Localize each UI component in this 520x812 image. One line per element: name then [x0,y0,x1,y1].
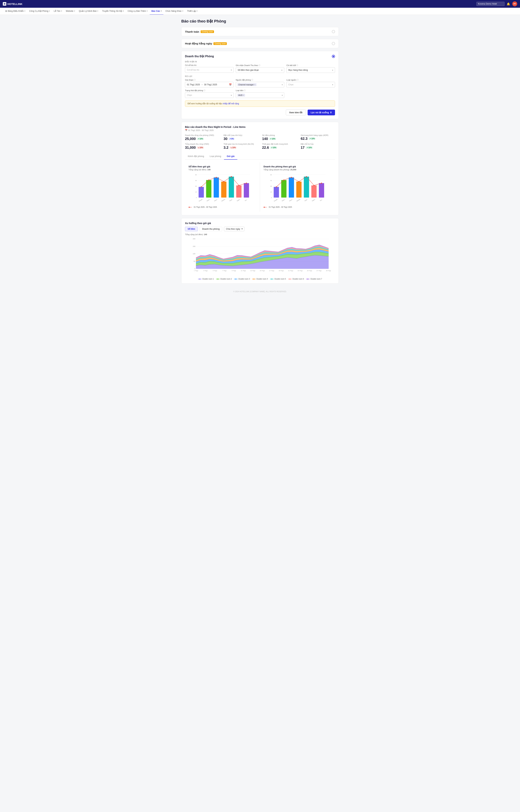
chart-tab[interactable]: Gói giá [224,153,237,160]
calendar-small-icon: 📅 [185,129,187,131]
remove-tag-icon[interactable]: × [254,84,255,86]
bar-chart-right: 015304560Double...Delux...Delux...Standa… [263,173,332,205]
svg-rect-45 [281,180,287,197]
select-co-so[interactable]: Cơ sở lưu trú ▾ [185,67,234,73]
form-row-dieu-kien: Cơ sở lưu trú Cơ sở lưu trú ▾ Ghi nhận D… [185,64,335,73]
legend-item: Double room 6 [288,278,304,280]
info-icon-giai-doan: ⓘ [194,79,196,81]
badge-coming-soon: Coming soon [201,30,214,33]
download-icon: ⬇ [330,111,332,114]
expand-link[interactable]: nhấp để mở rộng [223,102,239,105]
svg-rect-20 [236,185,241,197]
form-section-dieu-kien: ĐIỀU KIỆN IN [185,61,335,63]
svg-point-98 [253,278,254,279]
chevron-down-icon: ▾ [61,10,62,12]
remove-aud-tag-icon[interactable]: × [243,94,244,96]
svg-text:Suite...: Suite... [229,198,233,201]
subnav-item-channel-manager[interactable]: Quản Lý Kênh Bán ▾ [77,8,100,15]
view-summary-button[interactable]: Xem tóm tắt [286,110,306,115]
metric-badge: ↗ 10% [269,137,276,140]
svg-rect-53 [311,185,317,197]
svg-text:60: 60 [195,174,197,175]
card-title-hoat-dong: Hoạt động hằng ngày Coming soon [185,42,227,45]
svg-rect-14 [214,178,219,197]
svg-point-28 [231,176,232,177]
svg-rect-18 [229,177,234,197]
form-group-loai-tien: Loại tiền ⓘ AUD × ▾ [236,89,284,98]
form-group-trang-thai: Trạng thái đặt phòng ⓘ Chọn ▾ [185,89,234,98]
legend-label: Double room 7 [310,278,322,280]
legend-label: Double room 5 [275,278,286,280]
chart-tab[interactable]: Kênh đặt phòng [185,153,207,160]
area-chart: 0501001502001 Thg13 Thg15 Thg17 Thg19 Th… [185,237,335,276]
subnav-item-upsell[interactable]: Công cụ Bán Thêm ▾ [126,8,150,15]
metric-value: 22.6 ↗ 10% [262,145,296,150]
metric-label: Đặt chỗ bị hủy [301,143,335,145]
trend-btn-doanh-thu[interactable]: Doanh thu phòng [200,227,222,231]
radio-hoat-dong[interactable] [332,42,335,45]
svg-text:29 Thg1: 29 Thg1 [326,270,331,271]
form-group-giai-doan: Giai đoạn ⓘ 01 Thg1 2025 → 30 Thg1 2025 … [185,79,234,87]
svg-point-24 [201,186,202,187]
svg-text:100: 100 [193,253,196,254]
svg-point-32 [189,207,190,208]
svg-point-104 [307,278,308,279]
subnav-item-booking-tools[interactable]: Công Cụ Đặt Phòng ▾ [27,8,52,15]
chevron-down-icon: ▾ [161,10,162,12]
metric-badge: ↗ 0% [229,137,235,140]
svg-text:45: 45 [270,180,272,181]
subnav-item-settings[interactable]: Thiết Lập ▾ [185,8,200,15]
svg-text:Standa...: Standa... [296,198,301,202]
input-loai-tien[interactable]: AUD × ▾ [236,92,284,98]
calendar-icon: 📅 [229,83,232,86]
svg-text:23 Thg1: 23 Thg1 [297,270,303,271]
metric-label: Đặt chỗ (sau khi hủy) [224,134,258,136]
filter-download-button[interactable]: Lọc và tải xuống ⬇ [308,110,335,115]
subnav-item-features[interactable]: Chức Năng Khác ▾ [164,8,185,15]
metric-value: 30 ↗ 0% [224,137,258,141]
chart-tabs: Kênh đặt phòngLoại phòngGói giá [185,153,335,160]
metrics-card: Báo cáo doanh thu theo Night In Period -… [181,122,339,215]
svg-text:Double...: Double... [199,198,203,202]
page-title: Báo cáo theo Đặt Phòng [181,19,339,24]
badge-coming-soon-2: Coming soon [213,42,227,45]
chart-tab[interactable]: Loại phòng [207,153,224,160]
card-hoat-dong[interactable]: Hoạt động hằng ngày Coming soon [181,39,339,48]
subnav-item-dashboard[interactable]: ⊞ Bảng Điều Khiển ▾ [3,8,27,15]
trend-controls: Số đêm Doanh thu phòng Chia theo ngày [185,227,335,231]
hotel-selector[interactable]: Kovena Demo Hotel [476,2,504,6]
date-range-picker[interactable]: 01 Thg1 2025 → 30 Thg1 2025 📅 [185,82,234,87]
form-group-loai-nguon: Loại nguồn ⓘ Chọn ▾ [286,79,335,87]
card-thanh-toan[interactable]: Thanh toán Coming soon [181,27,339,36]
input-nguon-dat[interactable]: Channel manager × ▾ [236,82,284,87]
top-navigation: HOTELLINK Kovena Demo Hotel 🔔 PF [0,0,520,8]
subnav-item-website[interactable]: Website ▾ [64,8,77,15]
legend-item: Double room 5 [270,278,286,280]
metric-badge: ↗ 10% [309,137,316,140]
subnav-item-social[interactable]: Truyền Thông Xã Hội ▾ [100,8,125,15]
svg-text:Delux...: Delux... [214,198,218,201]
label-co-so: Cơ sở lưu trú [185,64,234,66]
metric-label: Thời gian đặt trước trung bình [262,143,296,145]
metric-item: Tổng doanh thu ròng (VND) 31,000 ↘ 10% [185,143,219,150]
select-trang-thai[interactable]: Chọn ▾ [185,92,234,98]
form-row-bo-loc-2: Trạng thái đặt phòng ⓘ Chọn ▾ Loại tiền … [185,89,335,98]
svg-point-92 [199,278,200,279]
radio-doanh-thu[interactable] [332,55,335,58]
trend-period-select[interactable]: Chia theo ngày [224,227,244,231]
select-chi-tiet[interactable]: Mục hàng theo dòng ▾ [286,67,335,73]
subnav-item-reception[interactable]: Lễ Tân ▾ [52,8,63,15]
select-ghi-nhan[interactable]: Số đêm theo giai đoạn ▾ [236,67,284,73]
select-loai-nguon[interactable]: Chọn ▾ [286,82,335,87]
avatar[interactable]: PF [512,1,517,6]
svg-point-62 [313,185,314,186]
svg-text:Delux...: Delux... [289,198,293,201]
chevron-down-icon: ▾ [147,10,148,12]
trend-btn-so-dem[interactable]: Số đêm [185,227,198,231]
form-group-chi-tiet: Chi tiết bởi ⓘ Mục hàng theo dòng ▾ [286,64,335,73]
notification-bell-icon[interactable]: 🔔 [506,2,510,6]
subnav-item-reports[interactable]: Báo Cáo ▾ [150,8,163,15]
svg-text:Dor...: Dor... [320,199,323,201]
radio-thanh-toan[interactable] [332,30,335,33]
info-icon-trang-thai: ⓘ [204,89,205,92]
